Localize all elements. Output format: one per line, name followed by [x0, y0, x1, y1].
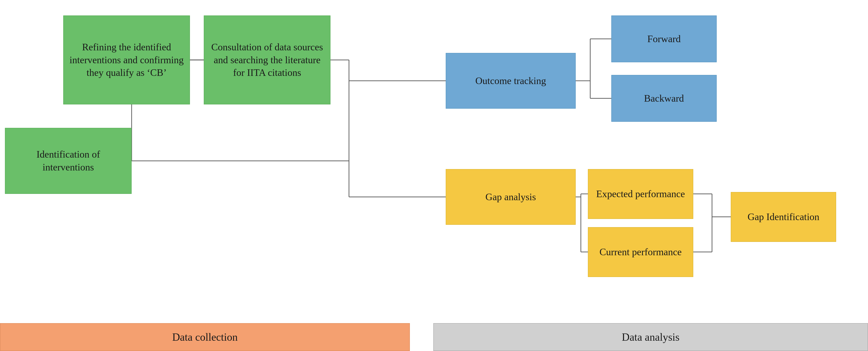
refining-box: Refining the identified interventions an… [63, 15, 190, 104]
data-collection-bar: Data collection [0, 323, 410, 351]
data-analysis-bar: Data analysis [433, 323, 868, 351]
forward-box: Forward [611, 15, 717, 62]
gap-analysis-box: Gap analysis [446, 169, 576, 225]
consultation-box: Consultation of data sources and searchi… [204, 15, 331, 104]
bar-gap [410, 323, 433, 351]
bottom-bars: Data collection Data analysis [0, 323, 868, 351]
outcome-tracking-box: Outcome tracking [446, 53, 576, 109]
identification-box: Identification of interventions [5, 128, 132, 194]
diagram-container: Identification of interventions Refining… [0, 0, 868, 323]
gap-identification-box: Gap Identification [731, 192, 836, 242]
expected-performance-box: Expected performance [588, 169, 693, 219]
backward-box: Backward [611, 75, 717, 122]
current-performance-box: Current performance [588, 227, 693, 277]
